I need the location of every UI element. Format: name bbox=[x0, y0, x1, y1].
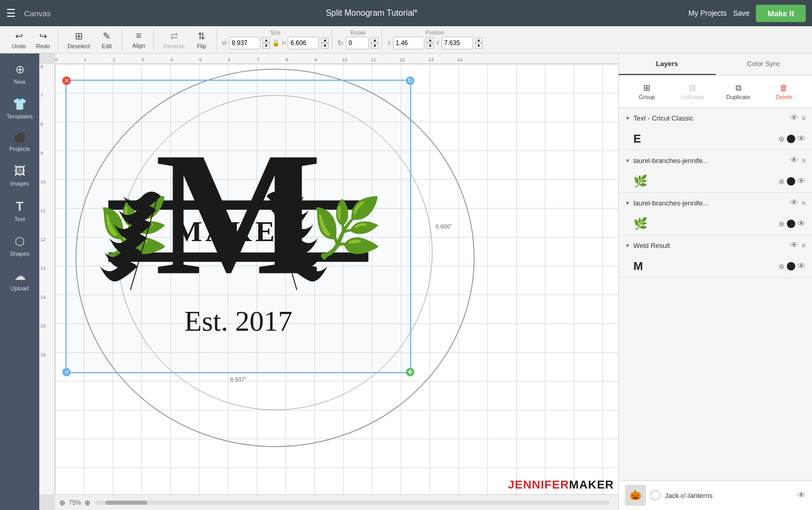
canvas-area[interactable]: 0 1 2 3 4 5 6 7 8 9 10 11 12 13 14 6 7 8 bbox=[39, 53, 618, 510]
scale-handle[interactable]: ✥ bbox=[406, 368, 414, 376]
ruler-mark: 1 bbox=[84, 57, 86, 62]
tab-layers[interactable]: Layers bbox=[619, 53, 716, 75]
make-it-button[interactable]: Make It bbox=[756, 5, 806, 22]
layer-preview-laurel2: 🌿 ⊗ 👁 bbox=[619, 213, 812, 235]
height-up[interactable]: ▲ bbox=[321, 37, 328, 43]
layer-group-header-text[interactable]: ▼ Text - Cricut Classic 👁 ≡ bbox=[619, 108, 812, 128]
rotate-handle[interactable]: ↻ bbox=[406, 77, 414, 85]
sidebar-item-templates[interactable]: 👕 Templates bbox=[2, 92, 38, 125]
layer-item-eye-icon[interactable]: 👁 bbox=[797, 219, 806, 229]
rotate-down[interactable]: ▼ bbox=[371, 43, 378, 49]
redo-button[interactable]: ↪ Redo bbox=[31, 28, 54, 51]
width-input[interactable] bbox=[229, 37, 260, 49]
sidebar-item-images[interactable]: 🖼 Images bbox=[2, 159, 38, 192]
height-input[interactable] bbox=[288, 37, 319, 49]
layer-color-swatch[interactable] bbox=[787, 135, 795, 143]
layer-item-eye-icon[interactable]: 👁 bbox=[797, 134, 806, 144]
flip-icon: ⇅ bbox=[197, 30, 205, 42]
ruler-mark: 8 bbox=[40, 122, 43, 127]
rotate-spin: ▲ ▼ bbox=[371, 37, 378, 49]
sidebar-item-upload[interactable]: ☁ Upload bbox=[2, 264, 38, 297]
ruler-mark: 11 bbox=[40, 208, 46, 213]
layer-eye-icon[interactable]: 👁 bbox=[790, 241, 798, 250]
y-up[interactable]: ▲ bbox=[475, 37, 482, 43]
undo-button[interactable]: ↩ Undo bbox=[7, 28, 30, 51]
menu-icon[interactable]: ☰ bbox=[6, 7, 16, 19]
align-group: ≡ Align bbox=[124, 28, 154, 51]
ruler-mark: 7 bbox=[40, 93, 43, 98]
ruler-mark: 7 bbox=[257, 57, 259, 62]
rotate-up[interactable]: ▲ bbox=[371, 37, 378, 43]
height-down[interactable]: ▼ bbox=[321, 43, 328, 49]
sidebar-item-label: Templates bbox=[6, 113, 32, 120]
layer-group-header-weld[interactable]: ▼ Weld Result 👁 ≡ bbox=[619, 235, 812, 255]
reverse-button[interactable]: ⇄ Reverse bbox=[159, 28, 189, 51]
zoom-out-button[interactable]: ⊕ bbox=[59, 498, 65, 507]
group-icon: ⊞ bbox=[643, 83, 650, 93]
y-input[interactable] bbox=[442, 37, 473, 49]
align-button[interactable]: ≡ Align bbox=[127, 28, 150, 51]
layer-eye-icon[interactable]: 👁 bbox=[790, 113, 798, 123]
flip-button[interactable]: ⇅ Flip bbox=[190, 28, 213, 51]
edit-button[interactable]: ✎ Edit bbox=[95, 28, 118, 51]
group-button[interactable]: ⊞ Group bbox=[625, 80, 668, 103]
x-down[interactable]: ▼ bbox=[426, 43, 434, 49]
horizontal-scrollbar[interactable] bbox=[95, 501, 610, 505]
ruler-mark: 8 bbox=[286, 57, 288, 62]
y-prefix: Y bbox=[436, 40, 440, 46]
layer-eye-icon[interactable]: 👁 bbox=[790, 198, 798, 208]
ungroup-icon: ⊟ bbox=[689, 83, 696, 93]
layer-color-swatch[interactable] bbox=[787, 177, 795, 186]
sidebar-item-label: New bbox=[14, 79, 25, 85]
ruler-mark: 12 bbox=[40, 237, 46, 242]
layer-menu-icon[interactable]: ≡ bbox=[802, 156, 806, 165]
duplicate-button[interactable]: ⧉ Duplicate bbox=[717, 80, 760, 103]
bottom-item-color-circle[interactable] bbox=[650, 490, 661, 501]
deselect-button[interactable]: ⊞ Deselect bbox=[63, 28, 94, 51]
tab-color-sync[interactable]: Color Sync bbox=[716, 53, 813, 75]
chevron-down-icon: ▼ bbox=[625, 200, 630, 206]
flip-handle[interactable]: ↺ bbox=[62, 368, 71, 376]
rotate-input[interactable] bbox=[346, 37, 369, 49]
layer-color-swatch[interactable] bbox=[787, 220, 795, 228]
ruler-mark: 3 bbox=[141, 57, 144, 62]
sidebar-item-label: Text bbox=[14, 216, 25, 222]
layer-item-eye-icon[interactable]: 👁 bbox=[797, 177, 806, 186]
sidebar-item-new[interactable]: ⊕ New bbox=[2, 58, 38, 90]
save-button[interactable]: Save bbox=[733, 9, 750, 17]
align-icon: ≡ bbox=[136, 30, 142, 41]
rotate-row: ↻ ▲ ▼ bbox=[337, 37, 378, 49]
layer-item-eye-icon[interactable]: 👁 bbox=[797, 262, 806, 271]
layer-group-header-laurel2[interactable]: ▼ laurel-branches-jennife... 👁 ≡ bbox=[619, 193, 812, 213]
layer-color-swatch[interactable] bbox=[787, 262, 795, 270]
layer-menu-icon[interactable]: ≡ bbox=[802, 241, 806, 249]
layer-group-header-laurel1[interactable]: ▼ laurel-branches-jennife... 👁 ≡ bbox=[619, 150, 812, 170]
layer-menu-icon[interactable]: ≡ bbox=[802, 199, 806, 207]
delete-handle[interactable]: ✕ bbox=[62, 77, 71, 85]
zoom-in-button[interactable]: ⊕ bbox=[84, 498, 91, 507]
x-up[interactable]: ▲ bbox=[426, 37, 434, 43]
x-input[interactable] bbox=[393, 37, 424, 49]
width-up[interactable]: ▲ bbox=[262, 37, 270, 43]
sidebar-item-text[interactable]: T Text bbox=[2, 194, 38, 227]
layer-group-name: laurel-branches-jennife... bbox=[633, 199, 787, 207]
layers-content: ▼ Text - Cricut Classic 👁 ≡ E ⊗ 👁 bbox=[619, 108, 812, 480]
y-down[interactable]: ▼ bbox=[475, 43, 482, 49]
bottom-item-eye-icon[interactable]: 👁 bbox=[797, 491, 806, 500]
layer-menu-icon[interactable]: ≡ bbox=[802, 114, 806, 122]
ungroup-button[interactable]: ⊟ UnGroup bbox=[671, 80, 714, 103]
rotate-icon: ↻ bbox=[337, 39, 344, 47]
layer-preview-actions: ⊗ 👁 bbox=[778, 262, 806, 271]
ruler-mark: 10 bbox=[40, 179, 46, 185]
size-group: Size W ▲ ▼ 🔒 H ▲ ▼ bbox=[219, 30, 333, 49]
layer-eye-icon[interactable]: 👁 bbox=[790, 156, 798, 165]
reverse-icon: ⇄ bbox=[170, 30, 178, 42]
delete-button[interactable]: 🗑 Delete bbox=[762, 80, 806, 103]
width-down[interactable]: ▼ bbox=[262, 43, 270, 49]
sidebar-item-projects[interactable]: ⬛ Projects bbox=[2, 127, 38, 157]
my-projects-link[interactable]: My Projects bbox=[688, 9, 727, 17]
sidebar-item-shapes[interactable]: ⬡ Shapes bbox=[2, 230, 38, 262]
x-spin: ▲ ▼ bbox=[426, 37, 434, 49]
sidebar-item-label: Projects bbox=[9, 146, 30, 152]
lock-icon[interactable]: 🔒 bbox=[272, 39, 280, 47]
